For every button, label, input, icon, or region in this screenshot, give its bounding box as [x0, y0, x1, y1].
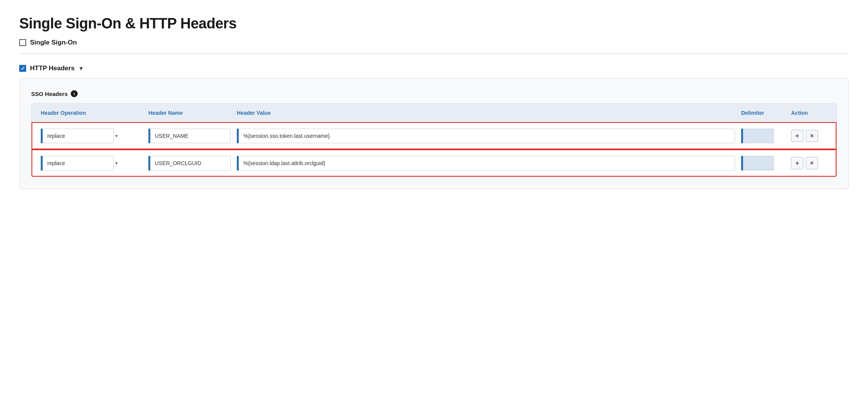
remove-row-button-2[interactable]: ×: [806, 157, 818, 169]
operation-select-wrapper-1: replace add delete ▾: [41, 129, 121, 143]
operation-cell-2: replace add delete ▾: [38, 154, 145, 172]
section-divider: [19, 53, 849, 54]
header-name-input-2[interactable]: [150, 156, 231, 170]
delimiter-cell-2: [738, 154, 788, 172]
name-cell-1: [145, 127, 234, 145]
action-cell-1: + ×: [788, 128, 830, 144]
table-row: replace add delete ▾: [32, 149, 836, 177]
delimiter-input-1[interactable]: [743, 129, 774, 143]
sso-section: Single Sign-On: [19, 39, 849, 46]
header-value-input-1[interactable]: [239, 129, 735, 143]
col-header-delimiter: Delimiter: [738, 108, 788, 117]
remove-row-button-1[interactable]: ×: [806, 130, 818, 142]
header-name-input-1[interactable]: [150, 129, 231, 143]
sso-headers-label: SSO Headers i: [31, 90, 837, 97]
name-cell-2: [145, 154, 234, 172]
delimiter-input-2[interactable]: [743, 156, 774, 170]
http-headers-label: HTTP Headers: [30, 65, 75, 72]
name-input-wrapper-2: [148, 156, 231, 170]
operation-select-1[interactable]: replace add delete: [43, 129, 114, 143]
select-arrow-icon-2: ▾: [115, 161, 118, 166]
col-header-operation: Header Operation: [38, 108, 145, 117]
operation-cell-1: replace add delete ▾: [38, 127, 145, 145]
chevron-down-icon[interactable]: ▼: [78, 65, 84, 71]
header-value-input-2[interactable]: [239, 156, 735, 170]
value-cell-2: [234, 154, 738, 172]
page-title: Single Sign-On & HTTP Headers: [19, 15, 849, 32]
table-row: replace add delete ▾: [32, 122, 836, 149]
col-header-name: Header Name: [145, 108, 234, 117]
sso-headers-text: SSO Headers: [31, 91, 68, 97]
action-cell-2: + ×: [788, 156, 830, 171]
add-row-button-2[interactable]: +: [791, 157, 803, 169]
headers-panel: SSO Headers i Header Operation Header Na…: [19, 78, 849, 189]
http-headers-checkbox[interactable]: [19, 65, 26, 72]
delimiter-cell-1: [738, 127, 788, 145]
sso-headers-table: Header Operation Header Name Header Valu…: [31, 103, 837, 177]
value-cell-1: [234, 127, 738, 145]
value-input-wrapper-2: [237, 156, 735, 170]
info-icon[interactable]: i: [71, 90, 78, 97]
operation-select-2[interactable]: replace add delete: [43, 156, 114, 170]
sso-checkbox[interactable]: [19, 39, 26, 46]
add-row-button-1[interactable]: +: [791, 130, 803, 142]
col-header-value: Header Value: [234, 108, 738, 117]
name-input-wrapper-1: [148, 129, 231, 143]
table-header: Header Operation Header Name Header Valu…: [32, 104, 836, 122]
col-header-action: Action: [788, 108, 830, 117]
operation-select-wrapper-2: replace add delete ▾: [41, 156, 121, 170]
http-headers-section: HTTP Headers ▼: [19, 65, 849, 72]
sso-label: Single Sign-On: [30, 39, 77, 46]
select-arrow-icon-1: ▾: [115, 133, 118, 139]
value-input-wrapper-1: [237, 129, 735, 143]
